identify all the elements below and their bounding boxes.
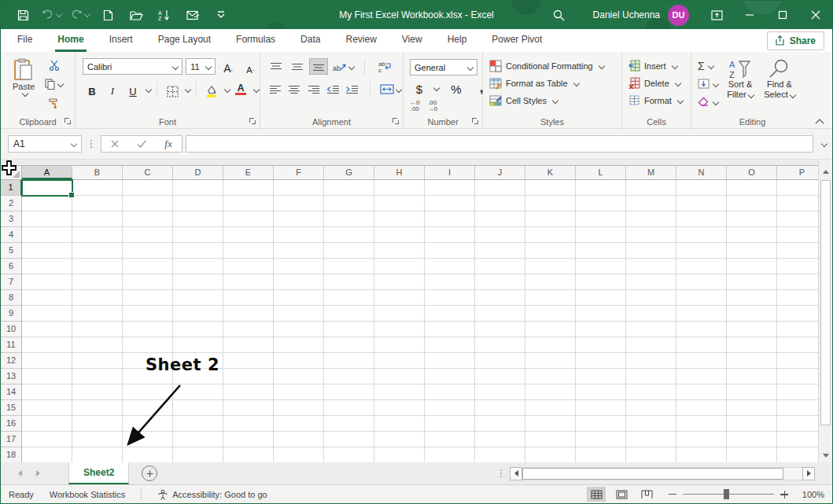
cell-F2[interactable]	[274, 196, 324, 212]
orientation-button[interactable]: ab	[330, 58, 356, 75]
cell-J11[interactable]	[475, 337, 525, 353]
cell-N16[interactable]	[676, 416, 727, 432]
cell-I18[interactable]	[425, 447, 475, 462]
horizontal-scroll-thumb[interactable]	[522, 468, 783, 480]
row-header-10[interactable]: 10	[1, 322, 22, 337]
cell-F17[interactable]	[274, 432, 324, 447]
row-header-11[interactable]: 11	[1, 337, 22, 353]
cell-I9[interactable]	[425, 306, 475, 322]
cell-J17[interactable]	[475, 432, 525, 447]
cell-K3[interactable]	[525, 212, 576, 227]
horizontal-scrollbar[interactable]	[510, 467, 815, 480]
cell-G1[interactable]	[324, 180, 374, 196]
cell-O4[interactable]	[727, 227, 777, 243]
cell-A3[interactable]	[22, 212, 72, 227]
row-header-15[interactable]: 15	[1, 400, 22, 416]
cell-I6[interactable]	[425, 259, 475, 274]
cell-O3[interactable]	[727, 212, 777, 227]
cell-K4[interactable]	[525, 227, 576, 243]
cell-C8[interactable]	[123, 290, 173, 306]
tab-scrollbar-splitter[interactable]	[500, 469, 502, 477]
cell-O2[interactable]	[727, 196, 777, 212]
align-left-button[interactable]	[267, 81, 284, 97]
cell-P3[interactable]	[777, 212, 818, 227]
cell-O9[interactable]	[727, 306, 777, 322]
cell-I5[interactable]	[425, 243, 475, 259]
cell-H9[interactable]	[374, 306, 425, 322]
minimize-button[interactable]	[733, 1, 766, 29]
enter-button[interactable]	[128, 136, 155, 152]
cell-B8[interactable]	[72, 290, 123, 306]
cell-K7[interactable]	[525, 274, 576, 290]
cell-C10[interactable]	[123, 322, 173, 337]
cell-A2[interactable]	[22, 196, 72, 212]
cell-A8[interactable]	[22, 290, 72, 306]
cell-E17[interactable]	[223, 432, 274, 447]
cell-N2[interactable]	[676, 196, 727, 212]
cell-J18[interactable]	[475, 447, 525, 462]
format-cells-button[interactable]: Format	[622, 93, 691, 108]
cell-N1[interactable]	[676, 180, 727, 196]
cell-D10[interactable]	[173, 322, 223, 337]
next-sheet-button[interactable]	[36, 470, 40, 476]
column-header-J[interactable]: J	[475, 166, 525, 179]
cell-L7[interactable]	[576, 274, 626, 290]
cell-B4[interactable]	[72, 227, 123, 243]
workbook-statistics-button[interactable]: Workbook Statistics	[50, 490, 125, 499]
cell-H5[interactable]	[374, 243, 425, 259]
undo-icon[interactable]	[41, 5, 61, 25]
cell-I10[interactable]	[425, 322, 475, 337]
cell-M18[interactable]	[626, 447, 676, 462]
cell-F13[interactable]	[274, 369, 324, 384]
number-format-combo[interactable]: General	[410, 59, 477, 75]
cell-L18[interactable]	[576, 447, 626, 462]
cell-L8[interactable]	[576, 290, 626, 306]
row-header-17[interactable]: 17	[1, 432, 22, 447]
open-folder-icon[interactable]	[126, 5, 146, 25]
cut-button[interactable]	[45, 58, 63, 72]
cell-N14[interactable]	[676, 384, 727, 400]
cell-K11[interactable]	[525, 337, 576, 353]
cell-M16[interactable]	[626, 416, 676, 432]
underline-dropdown-chevron[interactable]	[146, 86, 152, 93]
cell-M15[interactable]	[626, 400, 676, 416]
cell-K1[interactable]	[525, 180, 576, 196]
tab-power-pivot[interactable]: Power Pivot	[489, 29, 544, 52]
tab-file[interactable]: File	[15, 29, 35, 52]
decrease-decimal-button[interactable]: .00→0	[427, 100, 437, 112]
cell-B16[interactable]	[72, 416, 123, 432]
cell-D6[interactable]	[173, 259, 223, 274]
column-header-D[interactable]: D	[173, 166, 223, 179]
cell-A13[interactable]	[22, 369, 72, 384]
cell-C1[interactable]	[123, 180, 173, 196]
select-all-button[interactable]	[1, 166, 22, 179]
cell-D14[interactable]	[173, 384, 223, 400]
cell-E13[interactable]	[223, 369, 274, 384]
sort-az-icon[interactable]: AZ	[154, 5, 175, 25]
insert-function-button[interactable]: fx	[155, 136, 182, 152]
cell-E7[interactable]	[223, 274, 274, 290]
cell-C16[interactable]	[123, 416, 173, 432]
cell-I3[interactable]	[425, 212, 475, 227]
share-button[interactable]: Share	[767, 31, 824, 50]
zoom-slider[interactable]	[683, 494, 774, 495]
cell-P14[interactable]	[777, 384, 818, 400]
cell-D1[interactable]	[173, 180, 223, 196]
cell-H12[interactable]	[374, 353, 425, 369]
cell-H10[interactable]	[374, 322, 425, 337]
cell-D11[interactable]	[173, 337, 223, 353]
cell-K14[interactable]	[525, 384, 576, 400]
cell-K16[interactable]	[525, 416, 576, 432]
font-color-dropdown-chevron[interactable]	[253, 86, 260, 93]
cell-N4[interactable]	[676, 227, 727, 243]
align-right-button[interactable]	[305, 81, 323, 97]
fill-color-button[interactable]	[202, 82, 221, 97]
cell-D4[interactable]	[173, 227, 223, 243]
cell-B10[interactable]	[72, 322, 123, 337]
cell-B5[interactable]	[72, 243, 123, 259]
cell-G11[interactable]	[324, 337, 374, 353]
cell-O13[interactable]	[727, 369, 777, 384]
cell-I14[interactable]	[425, 384, 475, 400]
column-header-H[interactable]: H	[374, 166, 425, 179]
cell-O6[interactable]	[727, 259, 777, 274]
